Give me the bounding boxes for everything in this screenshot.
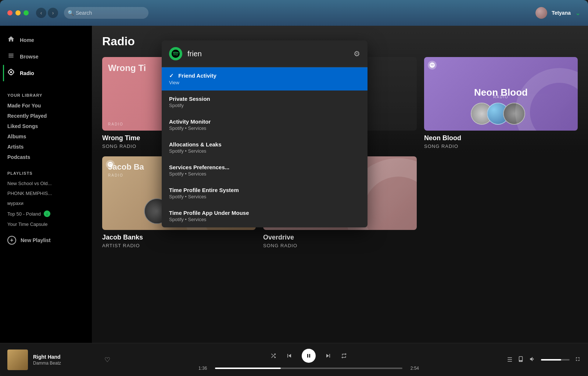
nav-buttons: ‹ › — [36, 8, 58, 18]
sidebar-item-made-for-you[interactable]: Made For You — [0, 100, 92, 111]
settings-icon[interactable]: ⚙ — [354, 49, 360, 58]
playlist-item-top50[interactable]: Top 50 - Poland ↓ — [0, 208, 92, 219]
dropdown-item-activity-monitor[interactable]: Activity Monitor Spotify • Services — [162, 113, 368, 136]
jacob-banks-title: Jacob Banks — [102, 234, 256, 241]
overdrive-subtitle: Song Radio — [263, 243, 417, 248]
sidebar-item-browse[interactable]: Browse — [3, 48, 89, 65]
repeat-button[interactable] — [341, 352, 347, 359]
radio-icon — [7, 68, 15, 78]
player-bar: Right Hand Damma Beatz ♡ 1:36 — [0, 343, 588, 376]
track-artist: Damma Beatz — [33, 361, 99, 366]
new-playlist-label: New Playlist — [21, 237, 51, 243]
volume-fill — [541, 359, 561, 361]
progress-track[interactable] — [215, 368, 402, 369]
dropdown-item-private-session[interactable]: Private Session Spotify — [162, 91, 368, 113]
next-button[interactable] — [325, 352, 332, 359]
forward-button[interactable]: › — [48, 8, 58, 18]
chevron-down-icon[interactable]: ⌄ — [575, 9, 581, 17]
dropdown-item-title: Time Profile App Under Mouse — [169, 210, 360, 216]
sidebar-item-radio-label: Radio — [20, 70, 34, 76]
sidebar-item-albums[interactable]: Albums — [0, 131, 92, 142]
sidebar-item-recently-played[interactable]: Recently Played — [0, 111, 92, 121]
sidebar-item-radio[interactable]: Radio — [3, 65, 89, 81]
fullscreen-icon[interactable] — [575, 356, 581, 363]
maximize-button[interactable] — [24, 10, 29, 15]
playlists-title: PLAYLISTS — [0, 165, 92, 178]
playlist-label: Top 50 - Poland — [7, 211, 41, 217]
heart-button[interactable]: ♡ — [104, 356, 110, 364]
svg-point-0 — [10, 71, 12, 73]
jacob-banks-subtitle: Artist Radio — [102, 243, 256, 248]
dropdown-item-time-profile-app[interactable]: Time Profile App Under Mouse Spotify • S… — [162, 205, 368, 227]
previous-button[interactable] — [286, 352, 293, 359]
spotify-logo-small — [428, 61, 437, 70]
library-section-title: YOUR LIBRARY — [0, 87, 92, 100]
jacob-radio-tag: RADIO — [108, 173, 123, 177]
dropdown-item-subtitle: View — [169, 80, 360, 85]
time-total: 2:54 — [406, 366, 419, 371]
time-current: 1:36 — [198, 366, 211, 371]
sidebar-item-home[interactable]: Home — [3, 32, 89, 48]
progress-fill — [215, 368, 281, 369]
dropdown-item-subtitle: Spotify • Services — [169, 171, 360, 177]
traffic-lights — [7, 10, 29, 15]
dropdown-search-text: frien — [187, 50, 202, 58]
back-button[interactable]: ‹ — [36, 8, 46, 18]
control-buttons — [270, 349, 347, 363]
dropdown-item-subtitle: Spotify • Services — [169, 217, 360, 222]
playlist-item-your-time[interactable]: Your Time Capsule — [0, 219, 92, 229]
dropdown-item-title: Time Profile Entire System — [169, 187, 360, 193]
dropdown-item-services-prefs[interactable]: Services Preferences... Spotify • Servic… — [162, 159, 368, 182]
spotify-logo — [169, 47, 182, 60]
new-playlist-button[interactable]: + New Playlist — [0, 232, 92, 248]
queue-icon[interactable]: ☰ — [507, 356, 512, 363]
dropdown-item-subtitle: Spotify — [169, 103, 360, 108]
playlist-item-phonk[interactable]: PHONK MEMPHIS... — [0, 188, 92, 198]
dropdown-item-title: Allocations & Leaks — [169, 141, 360, 148]
sidebar-item-home-label: Home — [20, 37, 34, 43]
progress-bar-container: 1:36 2:54 — [198, 366, 419, 371]
dropdown-item-title: Activity Monitor — [169, 118, 360, 125]
sidebar-nav: Home Browse Radio — [0, 32, 92, 81]
device-icon[interactable] — [517, 356, 524, 364]
shuffle-button[interactable] — [270, 352, 277, 359]
dropdown-menu: frien ⚙ ✓ Friend Activity View Private S… — [162, 40, 368, 227]
dropdown-item-allocations[interactable]: Allocations & Leaks Spotify • Services — [162, 136, 368, 159]
playlist-label: мурахи — [7, 201, 24, 206]
playlist-label: PHONK MEMPHIS... — [7, 191, 52, 196]
sidebar-item-browse-label: Browse — [20, 54, 39, 60]
dropdown-item-friend-activity[interactable]: ✓ Friend Activity View — [162, 67, 368, 91]
search-input[interactable] — [64, 7, 148, 19]
sidebar-item-liked-songs[interactable]: Liked Songs — [0, 121, 92, 131]
radio-card-neon-blood[interactable]: Neon Blood RADIO — [424, 57, 578, 149]
dropdown-item-subtitle: Spotify • Services — [169, 148, 360, 154]
download-badge: ↓ — [44, 210, 50, 217]
close-button[interactable] — [7, 10, 12, 15]
volume-track[interactable] — [541, 359, 570, 361]
sidebar-item-artists[interactable]: Artists — [0, 142, 92, 152]
dropdown-header: frien ⚙ — [162, 40, 368, 67]
browse-icon — [7, 52, 15, 61]
playlist-item-new-school[interactable]: New School vs Old... — [0, 178, 92, 188]
plus-icon: + — [7, 236, 16, 245]
dropdown-item-title: ✓ Friend Activity — [169, 72, 360, 79]
wrong-time-card-text: Wrong Ti — [108, 63, 146, 73]
dropdown-item-time-profile-system[interactable]: Time Profile Entire System Spotify • Ser… — [162, 182, 368, 205]
playlist-item-murahi[interactable]: мурахи — [0, 198, 92, 208]
minimize-button[interactable] — [15, 10, 21, 15]
playlist-label: New School vs Old... — [7, 181, 52, 186]
playlist-label: Your Time Capsule — [7, 221, 47, 227]
wrong-time-radio-tag: RADIO — [108, 122, 123, 126]
jacob-card-text: Jacob Ba — [108, 162, 144, 172]
pause-button[interactable] — [302, 349, 316, 363]
track-name: Right Hand — [33, 354, 99, 360]
track-info: Right Hand Damma Beatz — [33, 354, 99, 366]
overdrive-title: Overdrive — [263, 234, 417, 241]
dropdown-item-subtitle: Spotify • Services — [169, 125, 360, 131]
sidebar-item-podcasts[interactable]: Podcasts — [0, 152, 92, 162]
header-right: Tetyana ⌄ — [535, 7, 581, 19]
player-right: ☰ — [507, 356, 581, 364]
volume-icon[interactable] — [529, 356, 536, 364]
sidebar: Home Browse Radio YOUR LIBRARY Made For … — [0, 26, 92, 343]
avatar — [535, 7, 547, 19]
